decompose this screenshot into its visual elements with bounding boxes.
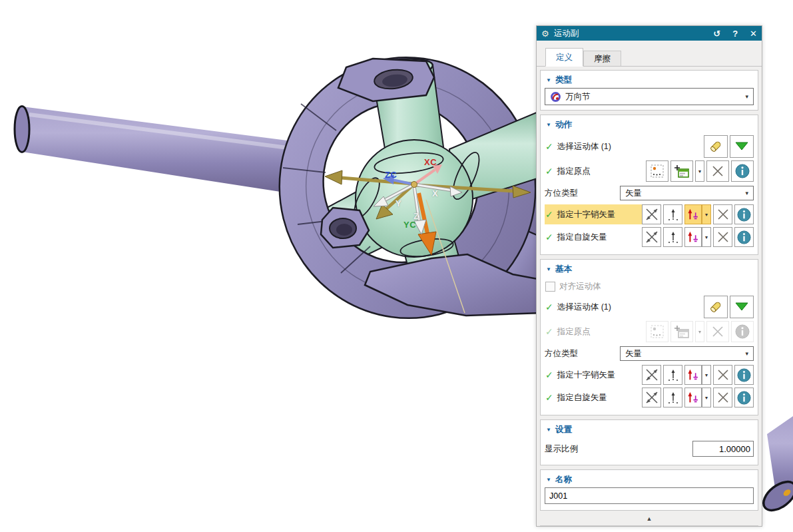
section-settings-header[interactable]: ▼ 设置 (545, 421, 754, 437)
shaft-left[interactable] (15, 107, 298, 195)
body-filter-button[interactable] (730, 135, 754, 158)
vector-info-button[interactable] (734, 227, 754, 247)
vector-constructor-button[interactable] (684, 204, 702, 224)
clear-vector-button[interactable] (713, 227, 732, 247)
application-window: XC ZC X Y Z YC ⚙ 运动副 ↺ ? ✕ 定义 摩擦 ▼ 类型 (0, 0, 793, 532)
section-name-header[interactable]: ▼ 名称 (545, 471, 754, 487)
joint-name-input[interactable] (545, 487, 754, 504)
select-body-button[interactable] (704, 135, 728, 158)
action-origin-row: ✓ 指定原点 (545, 160, 754, 182)
vector-arrow-icon (686, 230, 700, 244)
axis-label-y: Y (396, 198, 401, 208)
clear-x-icon (716, 390, 730, 405)
clear-vector-button[interactable] (713, 204, 732, 224)
point-dialog-button-disabled (670, 321, 693, 342)
inferred-vector-button[interactable] (663, 204, 682, 224)
dialog-content: ▼ 类型 万向节 ▾ ▼ 动作 (537, 67, 762, 532)
vector-constructor-button[interactable] (684, 365, 702, 385)
info-icon (736, 207, 752, 222)
section-action: ▼ 动作 ✓ 选择运动体 (1) (540, 115, 758, 255)
dialog-collapse-handle[interactable]: ▲ (540, 515, 758, 525)
action-orientation-dropdown[interactable]: 矢量 ▾ (620, 186, 754, 200)
check-icon: ✓ (545, 142, 553, 151)
two-point-vector-button[interactable] (642, 388, 661, 407)
reset-button[interactable]: ↺ (713, 29, 720, 38)
point-dialog-button[interactable] (670, 160, 693, 182)
point-dialog-icon (674, 324, 690, 339)
inferred-vector-button[interactable] (663, 388, 682, 407)
two-point-vector-icon (645, 368, 659, 382)
base-orientation-dropdown[interactable]: 矢量 ▾ (620, 346, 754, 361)
section-settings-title: 设置 (555, 424, 572, 435)
tab-friction[interactable]: 摩擦 (583, 51, 621, 66)
tab-definition[interactable]: 定义 (545, 48, 583, 67)
action-select-body-label: 选择运动体 (1) (557, 141, 611, 152)
axis-label-xc: XC (424, 157, 437, 167)
origin-info-button[interactable] (731, 160, 754, 182)
origin-info-button-disabled (731, 321, 754, 342)
base-cross-pin-label: 指定十字销矢量 (557, 370, 616, 381)
dialog-footer: 确定 取消 (540, 525, 758, 532)
display-scale-label: 显示比例 (545, 443, 692, 455)
vector-options-caret[interactable]: ▾ (702, 365, 711, 385)
vector-arrow-icon (686, 390, 700, 405)
base-select-body-label: 选择运动体 (1) (557, 302, 611, 313)
vector-constructor-button[interactable] (684, 388, 702, 407)
section-action-title: 动作 (555, 119, 572, 131)
axis-label-yc: YC (403, 220, 416, 230)
base-select-body-row: ✓ 选择运动体 (1) (545, 296, 754, 318)
check-icon-disabled: ✓ (545, 327, 553, 336)
two-point-vector-button[interactable] (642, 227, 661, 247)
two-point-vector-button[interactable] (642, 204, 661, 224)
body-filter-button[interactable] (730, 296, 754, 318)
dialog-titlebar[interactable]: ⚙ 运动副 ↺ ? ✕ (537, 26, 762, 41)
check-icon: ✓ (545, 232, 553, 242)
section-action-header[interactable]: ▼ 动作 (545, 117, 754, 133)
section-base: ▼ 基本 对齐运动体 ✓ 选择运动体 (1) (540, 259, 758, 415)
point-button[interactable] (646, 160, 668, 182)
vector-info-button[interactable] (734, 365, 754, 385)
section-base-header[interactable]: ▼ 基本 (545, 261, 754, 277)
inferred-vector-button[interactable] (663, 227, 682, 247)
point-icon (650, 324, 664, 339)
action-origin-label: 指定原点 (557, 166, 591, 177)
point-options-caret[interactable]: ▾ (695, 160, 704, 182)
close-button[interactable]: ✕ (750, 29, 757, 38)
vector-info-button[interactable] (734, 204, 754, 224)
vector-info-button[interactable] (734, 388, 754, 407)
clear-x-icon (716, 207, 730, 222)
inferred-vector-icon (666, 230, 680, 244)
point-button-disabled (646, 321, 668, 342)
check-icon: ✓ (545, 210, 553, 219)
align-body-checkbox (545, 282, 555, 292)
clear-vector-button[interactable] (713, 388, 732, 407)
section-name: ▼ 名称 (540, 469, 758, 511)
display-scale-input[interactable] (692, 441, 754, 457)
clear-vector-button[interactable] (713, 365, 732, 385)
vector-constructor-button[interactable] (684, 227, 702, 247)
clear-origin-button[interactable] (706, 160, 729, 182)
collapse-triangle-icon: ▼ (546, 267, 551, 272)
help-button[interactable]: ? (732, 29, 738, 38)
clear-x-icon (716, 368, 730, 382)
section-name-title: 名称 (555, 474, 572, 485)
display-scale-row: 显示比例 (545, 440, 754, 457)
link-body-icon (708, 138, 724, 154)
info-icon (736, 230, 752, 245)
vector-options-caret[interactable]: ▾ (702, 388, 711, 407)
dialog-title: 运动副 (554, 28, 702, 39)
action-select-body-row: ✓ 选择运动体 (1) (545, 135, 754, 158)
two-point-vector-button[interactable] (642, 365, 661, 385)
yoke-left-boss[interactable] (321, 208, 369, 248)
tab-strip: 定义 摩擦 (537, 48, 762, 67)
shaft-bottom-right[interactable] (758, 416, 793, 516)
inferred-vector-button[interactable] (663, 365, 682, 385)
base-orientation-value: 矢量 (625, 348, 642, 360)
vector-options-caret[interactable]: ▾ (702, 204, 711, 224)
link-body-icon (708, 299, 724, 315)
select-body-button[interactable] (704, 296, 728, 318)
joint-type-dropdown[interactable]: 万向节 ▾ (545, 88, 754, 105)
section-type: ▼ 类型 万向节 ▾ (540, 70, 758, 111)
section-type-header[interactable]: ▼ 类型 (545, 72, 754, 88)
vector-options-caret[interactable]: ▾ (702, 227, 711, 247)
